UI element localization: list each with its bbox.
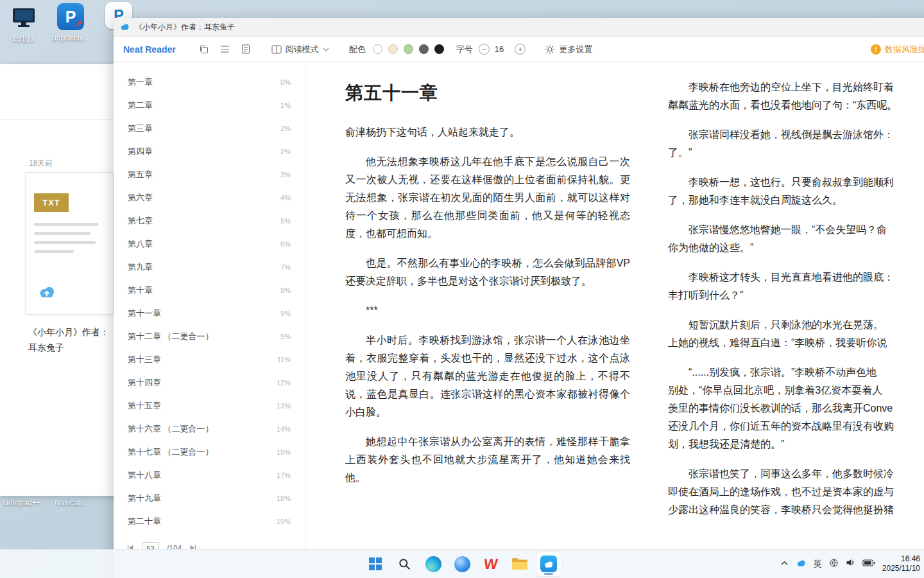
font-size-decrease-button[interactable]: − xyxy=(479,44,490,55)
brand-logo[interactable]: Neat Reader xyxy=(123,44,176,55)
taskbar: W 英 xyxy=(0,549,924,578)
chapter-progress: 5% xyxy=(280,217,291,225)
chapter-progress: 18% xyxy=(277,495,291,502)
more-settings-label: 更多设置 xyxy=(559,44,592,55)
chapter-list-item[interactable]: 第四章2% xyxy=(114,140,305,163)
start-button[interactable] xyxy=(363,552,388,576)
color-swatch[interactable] xyxy=(373,44,382,54)
battery-icon[interactable] xyxy=(862,558,875,570)
data-risk-notice[interactable]: ! 数据风险提示 xyxy=(871,37,924,62)
browser-button[interactable] xyxy=(450,552,474,576)
desktop-icon-this-pc[interactable]: 此电脑 xyxy=(3,4,45,44)
ime-indicator[interactable]: 英 xyxy=(814,558,822,570)
paragraph: 李映桥在他旁边的空位上坐下，目光始终盯着粼粼蓝光的水面，看也没看他地问了句：“东… xyxy=(668,78,924,114)
windows-logo-icon xyxy=(369,557,382,570)
network-icon[interactable] xyxy=(829,558,839,570)
more-settings-button[interactable]: 更多设置 xyxy=(545,44,592,55)
desktop-icon-label: 此电脑 xyxy=(12,35,35,44)
wps-button[interactable]: W xyxy=(479,552,503,576)
chapter-title: 第五章 xyxy=(128,169,153,180)
chapter-list-item[interactable]: 第五章3% xyxy=(114,163,305,186)
desktop-icon-navicat[interactable]: Navicat... xyxy=(50,498,91,507)
chapter-title: 第十三章 xyxy=(128,354,161,365)
chapter-list-item[interactable]: 第十九章18% xyxy=(114,487,305,510)
color-swatch[interactable] xyxy=(419,44,429,54)
paragraph: 俞津杨扔下这句话，人站起来就走了。 xyxy=(345,123,630,141)
tray-expand-chevron-icon[interactable] xyxy=(780,558,789,570)
text-line: 张宗谐慢悠悠地瞥她一眼，“不会失望吗？俞 xyxy=(668,221,924,239)
paragraph: 他无法想象李映桥这几年在他手底下是怎么说服自己一次又一次被人无视，还要在这样倨傲… xyxy=(345,153,630,243)
paragraph: 张宗谐慢悠悠地瞥她一眼，“不会失望吗？俞你为他做的这些。” xyxy=(668,221,924,257)
chapter-progress: 7% xyxy=(280,263,291,271)
paragraph: 张宗谐同样没看她，视线倒是飘去游泳馆外：了。” xyxy=(668,126,924,162)
preview-line xyxy=(34,232,90,235)
chapter-progress: 9% xyxy=(280,333,291,340)
file-title[interactable]: 《小年小月》作者：耳东兔子 xyxy=(28,324,114,355)
chapter-list-item[interactable]: 第十章8% xyxy=(114,279,305,302)
preview-line xyxy=(34,250,74,253)
chapter-list-item[interactable]: 第二十章19% xyxy=(114,510,305,533)
toc-icon[interactable] xyxy=(220,45,230,53)
text-line: 上她的视线，难得直白道：“李映桥，我要听你说 xyxy=(668,334,924,352)
color-swatch[interactable] xyxy=(434,44,444,54)
chapter-list-item[interactable]: 第十二章 （二更合一）9% xyxy=(114,325,305,348)
chapter-list-item[interactable]: 第八章6% xyxy=(114,232,305,256)
chapter-title: 第十章 xyxy=(128,285,153,296)
chapter-list-item[interactable]: 第十五章13% xyxy=(114,394,305,417)
chapter-list-item[interactable]: 第十三章11% xyxy=(114,348,305,371)
chapter-title: 第六章 xyxy=(128,192,153,204)
chapter-title: 第九章 xyxy=(128,261,153,273)
color-swatch[interactable] xyxy=(388,44,398,54)
taskbar-clock[interactable]: 16:46 2025/11/10 xyxy=(882,554,920,574)
chapter-list-item[interactable]: 第一章0% xyxy=(114,71,305,94)
desktop-icon-phpstudy[interactable]: P↗ phpstudy... xyxy=(49,3,92,42)
chapter-heading: 第五十一章 xyxy=(345,81,630,105)
chapter-title: 第十七章 （二更合一） xyxy=(128,446,214,458)
text-line: 你为他做的这些。” xyxy=(668,239,924,257)
text-line: 李映桥一想，这也行。只要俞叔叔拿到能顺利 xyxy=(668,173,924,191)
note-icon[interactable] xyxy=(241,44,250,54)
browser-icon xyxy=(454,556,470,572)
desktop-icon-notepadpp[interactable]: Notepad++ xyxy=(1,498,42,507)
reading-mode-button[interactable]: 阅读模式 xyxy=(271,44,329,55)
edge-browser-button[interactable] xyxy=(421,552,445,576)
neat-reader-button[interactable] xyxy=(536,552,561,576)
file-explorer-button[interactable] xyxy=(508,552,532,576)
txt-type-badge: TXT xyxy=(34,193,69,212)
search-button[interactable] xyxy=(392,552,416,576)
clock-date: 2025/11/10 xyxy=(882,564,920,574)
chapter-progress: 6% xyxy=(280,240,291,248)
chapter-title: 第十六章 （二更合一） xyxy=(128,423,214,435)
color-swatches xyxy=(373,44,444,54)
chapter-list-item[interactable]: 第十一章9% xyxy=(114,302,305,325)
chapter-list-item[interactable]: 第十七章 （二更合一）15% xyxy=(114,441,305,464)
chapter-progress: 9% xyxy=(280,310,291,317)
paragraph: 李映桥一想，这也行。只要俞叔叔拿到能顺利了，那她和李连丰就没白周旋这么久。 xyxy=(668,173,924,209)
color-swatch[interactable] xyxy=(404,44,413,54)
chapter-progress: 2% xyxy=(280,125,291,132)
chapter-list-item[interactable]: 第十四章12% xyxy=(114,371,305,394)
chapter-list-item[interactable]: 第九章7% xyxy=(114,256,305,279)
title-bar[interactable]: 《小年小月》作者：耳东兔子 xyxy=(114,18,924,37)
chapter-list-item[interactable]: 第二章1% xyxy=(114,94,305,117)
copy-icon[interactable] xyxy=(199,44,209,54)
volume-icon[interactable] xyxy=(846,558,855,570)
chapter-list-item[interactable]: 第七章5% xyxy=(114,209,305,232)
chapter-list-item[interactable]: 第六章4% xyxy=(114,186,305,209)
font-size-increase-button[interactable]: + xyxy=(515,44,526,55)
paragraph: 她想起中午张宗谐从办公室离开的表情，难怪那样干脆拿上西装外套头也不回地就大步流星… xyxy=(345,433,630,487)
chapter-list-item[interactable]: 第三章2% xyxy=(114,117,305,140)
tray-neat-reader-icon[interactable] xyxy=(796,558,807,570)
this-pc-icon xyxy=(10,4,38,32)
chevron-down-icon xyxy=(323,48,329,51)
txt-file-card[interactable]: TXT xyxy=(26,172,114,315)
chapter-title: 第二章 xyxy=(128,100,153,111)
text-line: 划，我想我还是清楚的。” xyxy=(668,435,924,453)
right-paragraphs: 李映桥在他旁边的空位上坐下，目光始终盯着粼粼蓝光的水面，看也没看他地问了句：“东… xyxy=(668,78,924,519)
right-page-column: 李映桥在他旁边的空位上坐下，目光始终盯着粼粼蓝光的水面，看也没看他地问了句：“东… xyxy=(668,78,924,530)
chapter-title: 第七章 xyxy=(128,215,153,227)
chapter-list-item[interactable]: 第十六章 （二更合一）14% xyxy=(114,417,305,441)
chapter-list-item[interactable]: 第十八章17% xyxy=(114,464,305,487)
paragraph: 半小时后。李映桥找到游泳馆，张宗谐一个人在泳池边坐着，衣服完整穿着，头发也干的，… xyxy=(345,331,630,421)
chapter-progress: 3% xyxy=(280,171,291,179)
